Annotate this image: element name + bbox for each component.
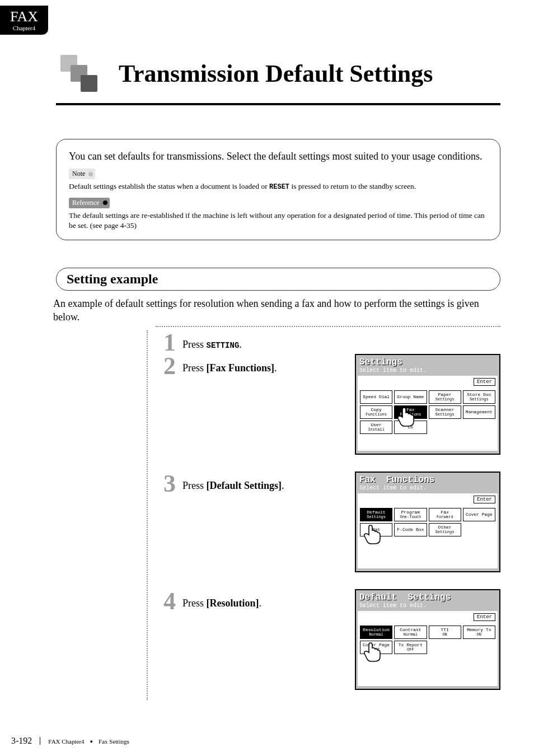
enter-button[interactable]: Enter [474, 378, 495, 386]
contrast-button[interactable]: ContrastNormal [394, 626, 427, 639]
page: FAX Chapter4 Transmission Default Settin… [0, 0, 534, 756]
cover-page-button[interactable]: Cover Page [463, 508, 495, 521]
store-doc-settings-button[interactable]: Store DocSettings [463, 390, 495, 404]
footer: 3-192 FAX Chapter4 ● Fax Settings [11, 736, 129, 746]
resolution-button[interactable]: ResolutionNormal [360, 626, 392, 639]
screen-default-settings: Default Settings Select item to edit. En… [355, 589, 500, 690]
step-3: 3 Press [Default Settings]. Fax Function… [147, 472, 500, 589]
controller-button[interactable]: Co [394, 421, 427, 434]
step-text: Press [Resolution]. [179, 589, 261, 610]
note-text: Default settings establish the status wh… [69, 181, 488, 192]
fax-forward-button[interactable]: FaxForward [429, 508, 461, 521]
step-text: Press SETTING. [179, 330, 242, 351]
screen-subtitle: Select item to edit. [359, 603, 496, 609]
step-4: 4 Press [Resolution]. Default Settings S… [147, 589, 500, 701]
reference-chip: Reference [69, 198, 110, 208]
button-grid: ResolutionNormal ContrastNormal TTION Me… [360, 626, 495, 654]
batch-tx-button[interactable]: Bat [360, 523, 392, 536]
user-install-button[interactable]: UserInstall [360, 421, 392, 434]
section-text: An example of default settings for resol… [53, 297, 500, 324]
screen-subtitle: Select item to edit. [359, 485, 496, 491]
step-2: 2 Press [Fax Functions]. Settings Select… [147, 354, 500, 472]
screen-title: Default Settings [359, 592, 496, 603]
intro-box: You can set defaults for transmissions. … [56, 139, 500, 240]
memory-tx-button[interactable]: Memory TxON [463, 626, 495, 639]
default-settings-button[interactable]: DefaultSettings [360, 508, 392, 521]
other-settings-button[interactable]: OtherSettings [429, 523, 461, 536]
enter-button[interactable]: Enter [474, 496, 495, 503]
note-chip: Note [69, 169, 95, 179]
chapter-tab: FAX Chapter4 [0, 6, 48, 35]
section-heading: Setting example [56, 268, 500, 291]
speed-dial-button[interactable]: Speed Dial [360, 390, 392, 404]
footer-separator [40, 737, 40, 745]
intro-lead: You can set defaults for transmissions. … [69, 150, 488, 163]
screen-title: Fax Functions [359, 475, 496, 485]
step-1: 1 Press SETTING. [147, 330, 500, 354]
title-area: Transmission Default Settings [56, 50, 500, 105]
management-button[interactable]: Management [463, 405, 495, 419]
step-number: 3 [160, 472, 179, 496]
step-text: Press [Default Settings]. [179, 472, 284, 492]
reference-text: The default settings are re-established … [69, 211, 488, 231]
step-number: 2 [160, 354, 179, 379]
fax-functions-button[interactable]: FaxFunctions [394, 405, 427, 419]
tab-title: FAX [10, 10, 38, 24]
group-name-button[interactable]: Group Name [394, 390, 427, 404]
reset-kbd: RESET [269, 183, 289, 191]
page-title: Transmission Default Settings [119, 59, 433, 88]
screen-subtitle: Select item to edit. [359, 367, 496, 374]
enter-button[interactable]: Enter [474, 613, 495, 621]
scanner-settings-button[interactable]: ScannerSettings [429, 405, 461, 419]
title-squares-icon [56, 50, 112, 96]
step-number: 1 [160, 330, 179, 355]
button-grid: DefaultSettings ProgramOne-Touch FaxForw… [360, 508, 495, 536]
bullet-icon: ● [90, 739, 93, 744]
tx-report-button[interactable]: Tx ReportOFF [394, 641, 427, 654]
cover-page-value-button[interactable]: Cover PageOFF [360, 641, 392, 654]
tti-button[interactable]: TTION [429, 626, 461, 639]
screen-fax-functions: Fax Functions Select item to edit. Enter… [355, 472, 500, 572]
page-number: 3-192 [11, 736, 32, 746]
tab-subtitle: Chapter4 [13, 25, 35, 31]
paper-settings-button[interactable]: PaperSettings [429, 390, 461, 404]
f-code-box-button[interactable]: F-Code Box [394, 523, 427, 536]
screen-settings: Settings Select item to edit. Enter Spee… [355, 354, 500, 455]
title-underline [56, 103, 500, 105]
program-one-touch-button[interactable]: ProgramOne-Touch [394, 508, 427, 521]
footer-crumb-right: Fax Settings [99, 738, 129, 745]
screen-title: Settings [359, 357, 496, 367]
steps-area: 1 Press SETTING. 2 Press [Fax Functions]… [147, 330, 500, 701]
footer-crumb-left: FAX Chapter4 [48, 738, 84, 745]
step-number: 4 [160, 589, 179, 614]
copy-functions-button[interactable]: CopyFunctions [360, 405, 392, 419]
button-grid: Speed Dial Group Name PaperSettings Stor… [360, 390, 495, 434]
dotted-separator-horizontal [156, 326, 500, 327]
step-text: Press [Fax Functions]. [179, 354, 277, 375]
